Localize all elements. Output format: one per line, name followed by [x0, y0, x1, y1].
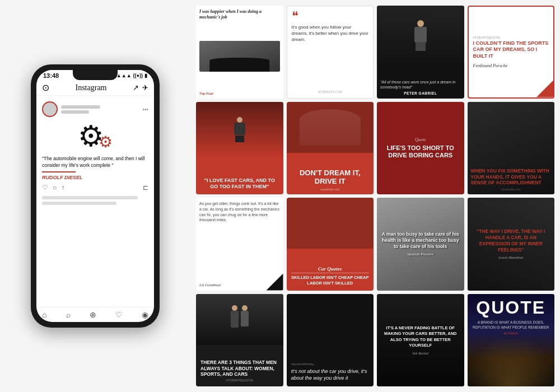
send-icon[interactable]: ↗: [133, 83, 139, 92]
nav-profile-icon[interactable]: ◉: [142, 310, 148, 319]
nav-search-icon[interactable]: ⌕: [66, 310, 71, 319]
card-11-text-area: A man too busy to take care of his healt…: [381, 231, 460, 256]
card-2: ❝ It's good when you follow your dreams,…: [287, 6, 374, 99]
like-icon[interactable]: ♡: [42, 184, 48, 192]
quote-grid: I was happier when I was doing a mechani…: [190, 0, 560, 392]
battery-icon: ▮: [144, 73, 147, 78]
card-3-author: PETER GABRIEL: [380, 91, 461, 95]
card-4-title: I COULDN'T FIND THE SPORTS CAR OF MY DRE…: [473, 40, 549, 60]
card-16-author: ted Rubin: [472, 332, 550, 335]
card-4-signature: Ferdinand Porsche: [473, 63, 508, 68]
car-silhouette: [300, 109, 361, 145]
card-6-footer: mywebsite.com: [290, 188, 371, 191]
card-10-label: Car Quotes: [291, 266, 370, 272]
card-13: THERE ARE 3 THINGS THAT MEN ALWAYS TALK …: [196, 294, 283, 387]
phone-notch: [73, 70, 118, 80]
corner-accent-black: [267, 274, 283, 291]
profile-info: [61, 105, 100, 114]
quote-mark: ❝: [292, 11, 298, 22]
card-2-text: It's good when you follow your dreams, i…: [292, 24, 369, 43]
card-2-footer: MYWEBSITE.COM: [318, 87, 342, 94]
person-head: [417, 20, 424, 27]
phone-screen: 13:48 ▲▲▲ ((●)) ▮ ⊙ Instagram ↗ ✈: [36, 70, 154, 322]
card-12-text-area: "THE WAY I DRIVE, THE WAY I HANDLE A CAR…: [472, 228, 550, 260]
status-icons: ▲▲▲ ((●)) ▮: [116, 73, 147, 78]
card-16-subtext: A BRAND IS WHAT A BUSINESS DOES, REPUTAT…: [472, 320, 550, 330]
card-9-text: As you get older, things conk out. It's …: [199, 201, 280, 223]
card-8: WHEN YOU FIX SOMETHING WITH YOUR HANDS, …: [468, 102, 555, 195]
post-quote: "The automobile engine will come, and th…: [42, 156, 148, 169]
card-4: #TODAYSQUOTE I COULDN'T FIND THE SPORTS …: [468, 6, 555, 99]
wifi-icon: ((●)): [133, 73, 143, 78]
signal-icon: ▲▲▲: [116, 73, 132, 78]
header-action-icons: ↗ ✈: [133, 83, 148, 92]
card-16-big-word: QUOTE: [472, 298, 550, 316]
card-15-text-area: IT'S A NEVER FADING BATTLE OF MAKING YOU…: [381, 325, 460, 355]
card-15-text: IT'S A NEVER FADING BATTLE OF MAKING YOU…: [381, 325, 460, 349]
bottom-navigation: ⌂ ⌕ ⊕ ♡ ◉: [36, 307, 154, 322]
card-13-text-area: THERE ARE 3 THINGS THAT MEN ALWAYS TALK …: [200, 360, 279, 382]
card-5-quote: "I LOVE FAST CARS, AND TO GO TOO FAST IN…: [200, 178, 279, 190]
card-1-tag: Top Fuel: [199, 92, 213, 95]
card-13-hashtag: #TODAYSQUOTE: [200, 379, 279, 382]
card-11: A man too busy to take care of his healt…: [377, 198, 464, 291]
card-6-text-area: DON'T DREAM IT, DRIVE IT mywebsite.com: [290, 169, 371, 191]
card-3-quote: "All of those cars were once just a drea…: [380, 80, 461, 90]
card-9-author: Liz Goodman: [199, 283, 221, 287]
card-7-label: Quote: [415, 137, 426, 142]
bookmark-icon[interactable]: ⊏: [143, 184, 148, 192]
card-5-photo-area: [196, 102, 283, 157]
line-1: [42, 196, 138, 199]
card-7: Quote LIFE'S TOO SHORT TO DRIVE BORING C…: [377, 102, 464, 195]
card-4-hashtag: #TODAYSQUOTE: [473, 36, 501, 39]
card-14: #quoteoftheday It's not about the car yo…: [287, 294, 374, 387]
card-9: As you get older, things conk out. It's …: [196, 198, 283, 291]
card-13-photo-area: [196, 294, 283, 345]
card-11-author: Spanish Proverb: [381, 252, 460, 256]
card-13-people: [196, 294, 283, 345]
card-15-author: Seb Burbul: [381, 351, 460, 355]
card-7-text: LIFE'S TOO SHORT TO DRIVE BORING CARS: [381, 144, 460, 159]
profile-row: •••: [42, 101, 148, 117]
more-options-icon[interactable]: •••: [142, 106, 148, 113]
card-10-text-area: Car Quotes SKILLED LABOR ISN'T CHEAP CHE…: [291, 266, 370, 286]
nav-heart-icon[interactable]: ♡: [115, 310, 123, 319]
messenger-icon[interactable]: ✈: [142, 83, 148, 92]
phone-mockup: 13:48 ▲▲▲ ((●)) ▮ ⊙ Instagram ↗ ✈: [0, 0, 190, 392]
nav-add-icon[interactable]: ⊕: [90, 310, 96, 319]
card-10: Car Quotes SKILLED LABOR ISN'T CHEAP CHE…: [287, 198, 374, 291]
card-5: "I LOVE FAST CARS, AND TO GO TOO FAST IN…: [196, 102, 283, 195]
post-actions: ♡ ○ ↑ ⊏: [42, 184, 148, 192]
nav-home-icon[interactable]: ⌂: [42, 310, 46, 319]
people-group: [231, 311, 249, 328]
card-1-quote: I was happier when I was doing a mechani…: [199, 9, 280, 21]
card-12: "THE WAY I DRIVE, THE WAY I HANDLE A CAR…: [468, 198, 555, 291]
card-12-quote: "THE WAY I DRIVE, THE WAY I HANDLE A CAR…: [472, 228, 550, 253]
car-image-1: [199, 41, 280, 72]
author-divider: [42, 171, 76, 172]
camera-icon[interactable]: ⊙: [42, 82, 49, 93]
card-12-author: Lewis Hamilton: [472, 255, 550, 260]
status-time: 13:48: [43, 72, 59, 79]
city-lights: [468, 340, 555, 386]
instagram-logo: Instagram: [76, 83, 107, 92]
share-icon[interactable]: ↑: [61, 184, 64, 192]
person-body: [414, 27, 427, 43]
comment-icon[interactable]: ○: [53, 184, 57, 192]
post-author: RUDOLF DIESEL: [42, 175, 148, 180]
card-8-text-area: WHEN YOU FIX SOMETHING WITH YOUR HANDS, …: [471, 168, 552, 191]
person-area: [377, 6, 464, 66]
gear-illustration: ⚙ ⚙: [42, 122, 148, 151]
card-13-text: THERE ARE 3 THINGS THAT MEN ALWAYS TALK …: [200, 360, 279, 377]
card-8-footer: mpwebsite.com: [471, 188, 552, 191]
card-6-photo: [287, 102, 374, 153]
person-legs: [416, 42, 426, 51]
card-5-person: [231, 117, 248, 142]
person-icon: [410, 20, 430, 51]
card-10-subtitle: SKILLED LABOR ISN'T CHEAP CHEAP LABOR IS…: [291, 273, 370, 286]
card-16: QUOTE A BRAND IS WHAT A BUSINESS DOES, R…: [468, 294, 555, 387]
card-11-quote: A man too busy to take care of his healt…: [381, 231, 460, 250]
handle-line: [61, 110, 89, 114]
person-2: [241, 311, 249, 326]
card-10-photo-area: [287, 198, 374, 249]
